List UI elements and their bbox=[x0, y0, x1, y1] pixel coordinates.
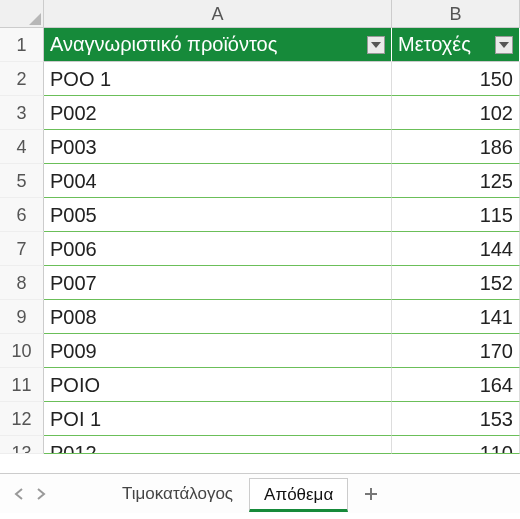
cell-product-id[interactable]: P012 bbox=[44, 436, 392, 454]
cell-product-id[interactable]: P006 bbox=[44, 232, 392, 266]
row-header[interactable]: 7 bbox=[0, 232, 44, 266]
sheet-tab-inventory[interactable]: Απόθεμα bbox=[249, 478, 348, 512]
cell-product-id[interactable]: P002 bbox=[44, 96, 392, 130]
cell-qty[interactable]: 102 bbox=[392, 96, 520, 130]
cell-qty[interactable]: 170 bbox=[392, 334, 520, 368]
cell-qty[interactable]: 110 bbox=[392, 436, 520, 454]
sheet-tab-pricelist[interactable]: Τιμοκατάλογος bbox=[108, 478, 247, 510]
cell-qty[interactable]: 153 bbox=[392, 402, 520, 436]
row-header[interactable]: 5 bbox=[0, 164, 44, 198]
cell-qty[interactable]: 150 bbox=[392, 62, 520, 96]
cell-product-id[interactable]: P009 bbox=[44, 334, 392, 368]
table-header-shares[interactable]: Μετοχές bbox=[392, 28, 520, 62]
row-header[interactable]: 11 bbox=[0, 368, 44, 402]
column-header-B[interactable]: B bbox=[392, 0, 520, 28]
row-header[interactable]: 6 bbox=[0, 198, 44, 232]
cell-qty[interactable]: 164 bbox=[392, 368, 520, 402]
cell-qty[interactable]: 152 bbox=[392, 266, 520, 300]
svg-marker-0 bbox=[371, 42, 381, 48]
row-header[interactable]: 9 bbox=[0, 300, 44, 334]
cell-product-id[interactable]: P005 bbox=[44, 198, 392, 232]
cell-product-id[interactable]: POO 1 bbox=[44, 62, 392, 96]
cell-qty[interactable]: 115 bbox=[392, 198, 520, 232]
row-header[interactable]: 13 bbox=[0, 436, 44, 454]
row-header[interactable]: 10 bbox=[0, 334, 44, 368]
select-all-corner[interactable] bbox=[0, 0, 44, 28]
cell-product-id[interactable]: P004 bbox=[44, 164, 392, 198]
cell-product-id[interactable]: P008 bbox=[44, 300, 392, 334]
table-header-label: Μετοχές bbox=[398, 33, 491, 56]
sheet-nav-next-icon[interactable] bbox=[30, 480, 52, 508]
filter-dropdown-icon[interactable] bbox=[367, 36, 385, 54]
sheet-nav-prev-icon[interactable] bbox=[8, 480, 30, 508]
plus-icon bbox=[364, 487, 378, 501]
row-header[interactable]: 3 bbox=[0, 96, 44, 130]
add-sheet-button[interactable] bbox=[356, 479, 386, 509]
row-header[interactable]: 2 bbox=[0, 62, 44, 96]
cell-product-id[interactable]: POI 1 bbox=[44, 402, 392, 436]
row-header-1[interactable]: 1 bbox=[0, 28, 44, 62]
spreadsheet-grid: A B 1 Αναγνωριστικό προϊόντος Μετοχές 2 … bbox=[0, 0, 520, 454]
row-header[interactable]: 4 bbox=[0, 130, 44, 164]
cell-qty[interactable]: 144 bbox=[392, 232, 520, 266]
column-header-A[interactable]: A bbox=[44, 0, 392, 28]
filter-dropdown-icon[interactable] bbox=[495, 36, 513, 54]
cell-product-id[interactable]: POIO bbox=[44, 368, 392, 402]
row-header[interactable]: 8 bbox=[0, 266, 44, 300]
row-header[interactable]: 12 bbox=[0, 402, 44, 436]
cell-product-id[interactable]: P007 bbox=[44, 266, 392, 300]
cell-qty[interactable]: 141 bbox=[392, 300, 520, 334]
cell-qty[interactable]: 125 bbox=[392, 164, 520, 198]
svg-marker-1 bbox=[499, 42, 509, 48]
table-header-label: Αναγνωριστικό προϊόντος bbox=[50, 33, 363, 56]
sheet-tab-bar: Τιμοκατάλογος Απόθεμα bbox=[0, 473, 520, 513]
cell-product-id[interactable]: P003 bbox=[44, 130, 392, 164]
cell-qty[interactable]: 186 bbox=[392, 130, 520, 164]
table-header-product-id[interactable]: Αναγνωριστικό προϊόντος bbox=[44, 28, 392, 62]
